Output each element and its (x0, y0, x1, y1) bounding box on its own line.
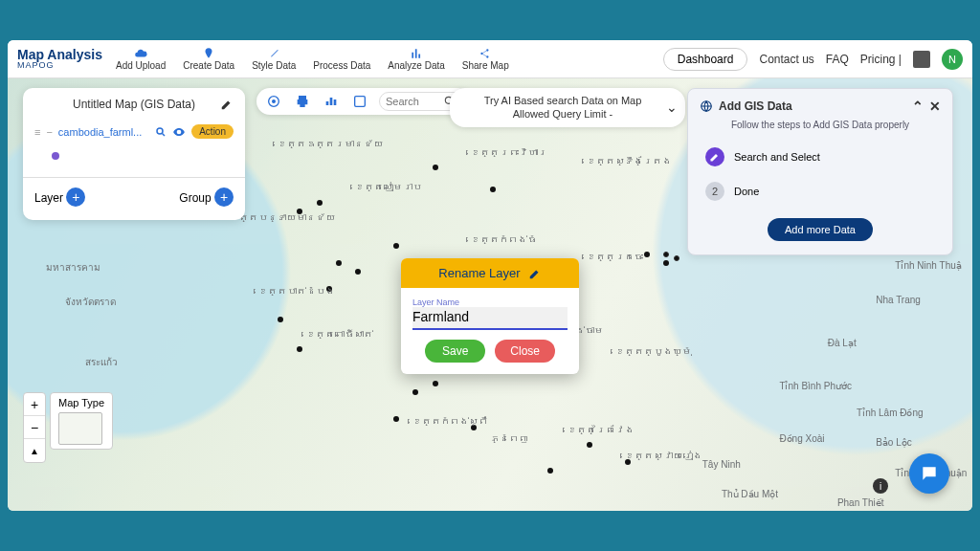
collapse-icon[interactable]: − (46, 126, 52, 138)
close-button[interactable]: Close (495, 340, 555, 363)
app-logo: Map Analysis MAPOG (17, 48, 102, 70)
zoom-control: + − ▲ (23, 392, 46, 463)
topbar: Map Analysis MAPOG Add Upload Create Dat… (8, 40, 972, 78)
brush-icon (267, 47, 280, 60)
layers-panel: Untitled Map (GIS Data) ≡ − cambodia_far… (23, 88, 245, 220)
dashboard-button[interactable]: Dashboard (663, 48, 748, 71)
globe-icon (700, 99, 713, 113)
cloud-upload-icon (134, 47, 147, 60)
add-group-button[interactable]: + (214, 187, 234, 207)
layer-symbol (52, 146, 234, 164)
menu-share-map[interactable]: Share Map (462, 47, 509, 71)
map-type-panel[interactable]: Map Type (50, 392, 113, 450)
save-button[interactable]: Save (425, 340, 485, 363)
print-icon[interactable] (293, 92, 312, 111)
chevron-down-icon[interactable]: ⌄ (666, 99, 678, 116)
menu-add-upload[interactable]: Add Upload (116, 47, 166, 71)
minimize-icon[interactable]: ⌃ (912, 99, 924, 114)
basemap-thumb[interactable] (58, 412, 102, 445)
search-input[interactable] (386, 96, 439, 107)
main-menu: Add Upload Create Data Style Data Proces… (116, 47, 509, 71)
action-chip[interactable]: Action (191, 124, 234, 139)
panel-subtitle: Follow the steps to Add GIS Data properl… (700, 120, 941, 130)
step-done[interactable]: 2 Done (700, 174, 941, 209)
contact-link[interactable]: Contact us (759, 53, 813, 66)
chat-fab[interactable] (909, 453, 949, 494)
layer-row: ≡ − cambodia_farml... Action (34, 124, 234, 139)
menu-create-data[interactable]: Create Data (183, 47, 234, 71)
svg-rect-6 (355, 97, 366, 107)
edit-map-title-icon[interactable] (220, 98, 234, 111)
center-tool-icon[interactable] (264, 92, 283, 111)
pencil-icon (528, 267, 542, 280)
menu-analyze-data[interactable]: Analyze Data (388, 47, 444, 71)
zoom-north-button[interactable]: ▲ (24, 439, 45, 462)
search-layer-icon[interactable] (155, 126, 167, 138)
pin-icon (202, 47, 215, 60)
svg-point-3 (157, 128, 163, 134)
share-icon (479, 47, 492, 60)
close-panel-icon[interactable]: ✕ (929, 99, 941, 114)
svg-point-5 (273, 100, 276, 103)
field-label: Layer Name (412, 298, 568, 307)
avatar[interactable]: N (942, 49, 963, 70)
ai-search-bar[interactable]: Try AI Based search Data on Map Allowed … (450, 88, 685, 127)
layer-section-label: Layer + (34, 187, 85, 207)
chart-icon (410, 47, 423, 60)
select-icon[interactable] (350, 92, 369, 111)
drag-icon[interactable]: ≡ (34, 126, 40, 138)
map-title: Untitled Map (GIS Data) (73, 98, 195, 111)
visibility-icon[interactable] (172, 125, 186, 139)
measure-icon[interactable] (322, 92, 341, 111)
panel-title: Add GIS Data (719, 99, 792, 113)
chat-icon (920, 464, 939, 483)
modal-title: Rename Layer (438, 266, 520, 280)
zoom-in-button[interactable]: + (24, 393, 45, 416)
menu-style-data[interactable]: Style Data (252, 47, 296, 71)
faq-link[interactable]: FAQ (826, 53, 849, 66)
info-icon[interactable]: i (873, 478, 888, 494)
app-frame: Map Analysis MAPOG Add Upload Create Dat… (8, 40, 972, 511)
step-search-select[interactable]: Search and Select (700, 140, 941, 174)
sliders-icon (335, 47, 348, 60)
pricing-link[interactable]: Pricing | (860, 53, 902, 66)
group-section-label: Group + (179, 187, 234, 207)
add-more-data-button[interactable]: Add more Data (768, 218, 873, 241)
gis-data-panel: Add GIS Data ⌃ ✕ Follow the steps to Add… (687, 88, 953, 255)
add-layer-button[interactable]: + (66, 187, 85, 207)
cube-icon[interactable] (913, 51, 930, 68)
menu-process-data[interactable]: Process Data (313, 47, 370, 71)
zoom-out-button[interactable]: − (24, 416, 45, 439)
rename-layer-modal: Rename Layer Layer Name Save Close (401, 258, 579, 374)
layer-name-input[interactable] (412, 307, 568, 330)
layer-name-link[interactable]: cambodia_farml... (58, 126, 149, 138)
map-toolbar (256, 88, 471, 115)
